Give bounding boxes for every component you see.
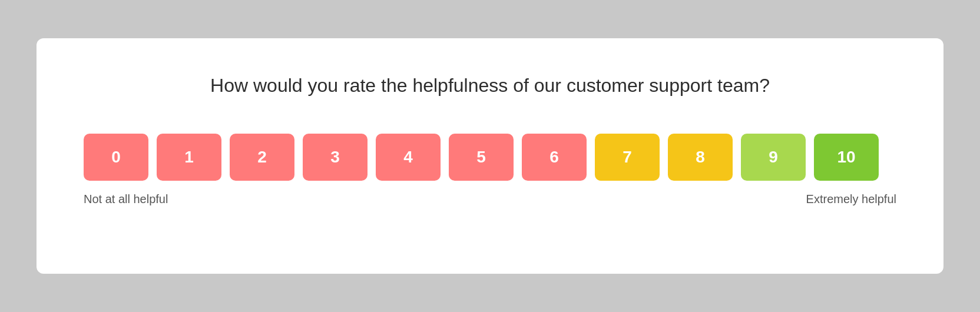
rating-button-4[interactable]: 4 [376,134,441,181]
rating-button-2[interactable]: 2 [230,134,294,181]
survey-question: How would you rate the helpfulness of ou… [84,74,896,98]
rating-button-0[interactable]: 0 [84,134,148,181]
label-extremely-helpful: Extremely helpful [806,192,896,206]
rating-button-1[interactable]: 1 [157,134,221,181]
label-not-helpful: Not at all helpful [84,192,168,206]
rating-buttons-row: 012345678910 [84,134,896,181]
rating-button-5[interactable]: 5 [449,134,514,181]
survey-card: How would you rate the helpfulness of ou… [37,38,943,274]
labels-row: Not at all helpful Extremely helpful [84,192,896,206]
rating-button-8[interactable]: 8 [668,134,733,181]
rating-button-10[interactable]: 10 [814,134,879,181]
rating-button-3[interactable]: 3 [303,134,368,181]
rating-button-9[interactable]: 9 [741,134,806,181]
rating-button-7[interactable]: 7 [595,134,660,181]
rating-section: 012345678910 Not at all helpful Extremel… [84,134,896,206]
rating-button-6[interactable]: 6 [522,134,587,181]
